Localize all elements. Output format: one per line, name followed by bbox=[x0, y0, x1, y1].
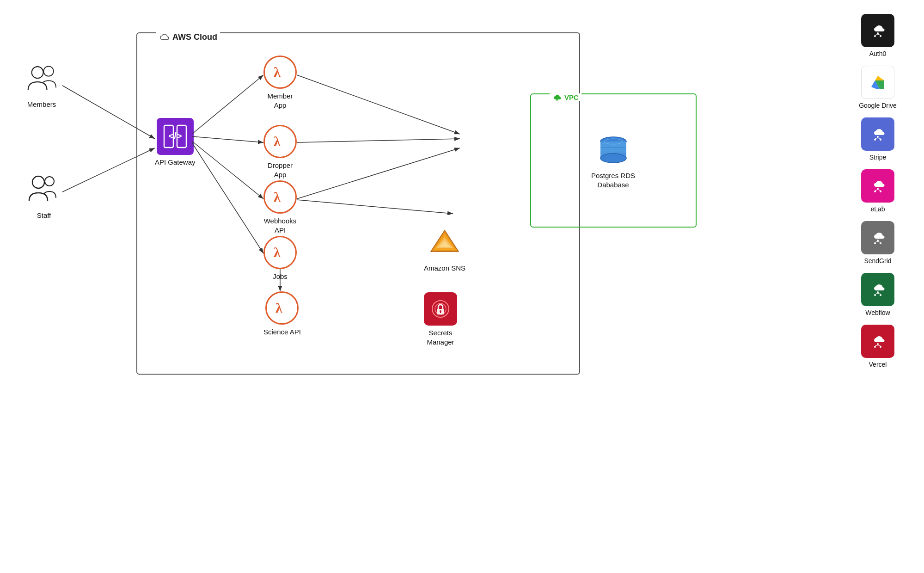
svg-point-45 bbox=[880, 35, 881, 37]
sns-icon bbox=[428, 228, 461, 261]
svg-line-56 bbox=[875, 138, 878, 139]
postgres-rds-node: Postgres RDS Dababase bbox=[591, 131, 635, 189]
sendgrid-icon-box bbox=[861, 221, 894, 254]
svg-point-69 bbox=[874, 294, 876, 296]
auth0-label: Auth0 bbox=[869, 50, 887, 57]
svg-point-21 bbox=[45, 177, 54, 186]
diagram-area: AWS Cloud VPC bbox=[0, 0, 582, 573]
amazon-sns-node: Amazon SNS bbox=[424, 228, 465, 273]
postgres-rds-label: Postgres RDS Dababase bbox=[591, 171, 635, 189]
member-app-label: Member App bbox=[267, 92, 293, 110]
svg-point-75 bbox=[880, 346, 881, 348]
svg-line-71 bbox=[875, 293, 878, 294]
aws-cloud-label: AWS Cloud bbox=[156, 32, 220, 42]
sidebar-item-elab: eLab bbox=[861, 169, 894, 213]
svg-line-47 bbox=[878, 34, 881, 35]
api-gateway-icon: </> bbox=[157, 118, 194, 155]
jobs-icon: λ bbox=[263, 236, 297, 269]
svg-point-20 bbox=[32, 67, 43, 78]
aws-cloud-box: AWS Cloud VPC bbox=[136, 32, 580, 375]
svg-point-64 bbox=[874, 242, 876, 244]
svg-point-70 bbox=[880, 294, 881, 296]
svg-point-19 bbox=[43, 66, 53, 76]
svg-point-22 bbox=[32, 176, 44, 188]
svg-line-2 bbox=[556, 100, 557, 101]
sidebar: Auth0 Google Drive bbox=[832, 0, 924, 573]
svg-text:λ: λ bbox=[274, 134, 281, 149]
members-node: Members bbox=[23, 60, 60, 109]
svg-point-73 bbox=[877, 343, 879, 345]
science-api-label: Science API bbox=[263, 327, 301, 337]
svg-line-46 bbox=[875, 34, 878, 35]
vpc-label: VPC bbox=[550, 93, 581, 101]
svg-point-60 bbox=[880, 191, 881, 192]
dropper-app-label: Dropper App bbox=[268, 161, 293, 179]
svg-line-66 bbox=[875, 241, 878, 242]
secrets-manager-label: Secrets Manager bbox=[427, 328, 454, 346]
svg-point-55 bbox=[880, 139, 881, 141]
api-gateway-node: </> API Gateway bbox=[155, 118, 196, 167]
sidebar-item-auth0: Auth0 bbox=[861, 14, 894, 57]
svg-line-57 bbox=[878, 138, 881, 139]
jobs-node: λ Jobs bbox=[263, 236, 297, 281]
secrets-manager-icon bbox=[424, 292, 457, 326]
svg-text:</>: </> bbox=[168, 131, 182, 141]
staff-node: Staff bbox=[25, 171, 62, 220]
svg-point-68 bbox=[877, 291, 879, 293]
staff-label: Staff bbox=[37, 211, 51, 220]
auth0-icon-box bbox=[861, 14, 894, 47]
svg-line-62 bbox=[878, 190, 881, 191]
svg-point-6 bbox=[600, 154, 626, 163]
member-app-icon: λ bbox=[263, 55, 297, 89]
svg-point-54 bbox=[874, 139, 876, 141]
sidebar-item-vercel: Vercel bbox=[861, 325, 894, 368]
svg-text:λ: λ bbox=[274, 189, 281, 204]
svg-point-53 bbox=[877, 136, 879, 138]
svg-point-43 bbox=[877, 32, 879, 34]
webflow-icon-box bbox=[861, 273, 894, 306]
webflow-label: Webflow bbox=[865, 309, 890, 316]
sidebar-item-google-drive: Google Drive bbox=[859, 66, 897, 109]
svg-point-63 bbox=[877, 240, 879, 241]
dropper-app-node: λ Dropper App bbox=[263, 125, 297, 179]
svg-point-58 bbox=[877, 188, 879, 190]
vpc-box: VPC Postgres bbox=[530, 93, 697, 228]
member-app-node: λ Member App bbox=[263, 55, 297, 110]
webhooks-api-node: λ Webhooks API bbox=[263, 180, 297, 234]
sendgrid-label: SendGrid bbox=[864, 257, 891, 265]
members-label: Members bbox=[27, 100, 56, 109]
svg-line-76 bbox=[875, 345, 878, 346]
svg-text:λ: λ bbox=[274, 245, 281, 260]
webhooks-api-icon: λ bbox=[263, 180, 297, 214]
elab-label: eLab bbox=[870, 205, 885, 213]
svg-line-3 bbox=[557, 100, 558, 101]
svg-point-44 bbox=[874, 35, 876, 37]
svg-point-65 bbox=[880, 242, 881, 244]
svg-point-74 bbox=[874, 346, 876, 348]
google-drive-icon-box bbox=[861, 66, 894, 99]
dropper-app-icon: λ bbox=[263, 125, 297, 158]
science-api-icon: λ bbox=[265, 291, 299, 325]
svg-line-77 bbox=[878, 345, 881, 346]
elab-icon-box bbox=[861, 169, 894, 203]
sidebar-item-stripe: Stripe bbox=[861, 117, 894, 161]
svg-point-59 bbox=[874, 191, 876, 192]
google-drive-label: Google Drive bbox=[859, 102, 897, 109]
svg-line-67 bbox=[878, 241, 881, 242]
svg-line-72 bbox=[878, 293, 881, 294]
vercel-label: Vercel bbox=[869, 361, 887, 368]
rds-icon bbox=[595, 131, 632, 168]
svg-line-61 bbox=[875, 190, 878, 191]
svg-text:λ: λ bbox=[275, 300, 282, 315]
stripe-label: Stripe bbox=[869, 154, 887, 161]
amazon-sns-label: Amazon SNS bbox=[424, 264, 465, 273]
svg-rect-18 bbox=[440, 311, 441, 313]
science-api-node: λ Science API bbox=[263, 291, 301, 337]
api-gateway-label: API Gateway bbox=[155, 158, 196, 167]
svg-text:λ: λ bbox=[274, 64, 281, 80]
vercel-icon-box bbox=[861, 325, 894, 358]
secrets-manager-node: Secrets Manager bbox=[424, 292, 457, 346]
sidebar-item-webflow: Webflow bbox=[861, 273, 894, 316]
stripe-icon-box bbox=[861, 117, 894, 151]
jobs-label: Jobs bbox=[273, 272, 288, 281]
